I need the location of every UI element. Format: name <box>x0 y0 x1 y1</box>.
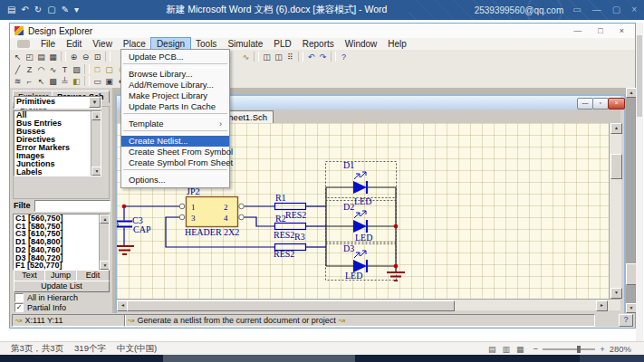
word-scrollbar[interactable] <box>636 23 643 341</box>
menu-item[interactable]: Update Parts In Cache <box>121 101 229 112</box>
scroll-down-icon[interactable]: ▼ <box>91 167 101 176</box>
print-icon[interactable]: ▦ <box>47 52 59 62</box>
minimize-icon[interactable]: — <box>573 24 582 38</box>
menubar-item[interactable]: View <box>87 38 118 50</box>
toolbar-icon[interactable] <box>84 76 90 86</box>
print-layout-icon[interactable]: ▥ <box>503 345 511 354</box>
open-icon[interactable]: ◰ <box>24 52 35 62</box>
part-tool-icon[interactable]: ◧ <box>71 76 82 87</box>
toolbar-icon[interactable] <box>105 52 111 62</box>
restore-icon[interactable]: ▫ <box>592 98 609 110</box>
scrollbar-thumb[interactable] <box>610 154 622 179</box>
led-2-type[interactable]: LED <box>355 233 372 243</box>
resistor-1-ref[interactable]: R1 <box>275 193 286 203</box>
minimize-icon[interactable]: — <box>592 0 601 20</box>
resistor-2-type[interactable]: RES2 <box>274 230 294 240</box>
resistor-3-type[interactable]: RES2 <box>274 249 294 259</box>
zoom-in-icon[interactable]: + <box>600 344 605 354</box>
menu-item[interactable]: Browse Library... <box>121 69 229 80</box>
close-icon[interactable]: × <box>631 0 637 20</box>
toolbar-icon[interactable] <box>298 52 303 62</box>
array-tool-icon[interactable]: ▭ <box>91 76 103 87</box>
scrollbar-thumb[interactable] <box>127 300 455 311</box>
menu-item[interactable] <box>123 113 227 118</box>
led-1-ref[interactable]: D1 <box>343 160 354 170</box>
led-3-type[interactable]: LED <box>345 271 362 281</box>
zoom-out-icon[interactable]: − <box>533 344 539 354</box>
image-tool-icon[interactable]: ▨ <box>71 64 82 75</box>
taskbar[interactable] <box>0 355 644 362</box>
led-3-ref[interactable]: D3 <box>343 243 354 253</box>
help-icon[interactable]: ? <box>338 52 350 62</box>
language-indicator[interactable]: 中文(中国) <box>117 343 157 355</box>
paste-array-tool-icon[interactable]: ▣ <box>103 76 115 87</box>
menubar-item[interactable]: PLD <box>268 38 296 50</box>
scroll-up-icon[interactable]: ▲ <box>100 214 110 224</box>
redo-icon[interactable]: ↻ <box>34 0 42 20</box>
page-indicator[interactable]: 第3页，共3页 <box>11 343 63 355</box>
zoom-in-icon[interactable]: ⊕ <box>68 52 80 62</box>
primitives-list-item[interactable]: Labels <box>15 168 91 176</box>
scroll-up-icon[interactable]: ▲ <box>610 123 622 134</box>
zoom-area-icon[interactable]: ⊡ <box>91 52 103 62</box>
menu-item[interactable]: Update PCB... <box>121 52 229 62</box>
wire-tool-icon[interactable]: ≋ <box>12 76 24 87</box>
resistor-3-ref[interactable]: R3 <box>294 232 305 242</box>
menu-item[interactable]: Template › <box>121 119 229 129</box>
filter-input[interactable] <box>34 200 111 212</box>
sheet-symbol-tool-icon[interactable]: ▩ <box>47 76 59 87</box>
rect-tool-icon[interactable]: □ <box>91 64 103 75</box>
menu-item[interactable] <box>123 130 227 135</box>
led-1-type[interactable]: LED <box>354 196 371 206</box>
components-scrollbar[interactable]: ▲ ▼ <box>99 214 109 270</box>
canvas-vertical-scrollbar[interactable]: ▲ ▼ <box>609 123 621 299</box>
save-icon[interactable]: ▤ <box>35 52 47 62</box>
chevron-down-icon[interactable]: ▼ <box>89 97 101 108</box>
waveform-icon[interactable]: ∿ <box>240 52 252 62</box>
scroll-down-icon[interactable]: ▼ <box>610 288 622 299</box>
scroll-down-icon[interactable]: ▼ <box>100 261 110 270</box>
zoom-slider-thumb[interactable] <box>577 346 581 353</box>
word-account[interactable]: 2539399560@qq.com <box>475 5 564 15</box>
probe-tool-icon[interactable]: ↖ <box>35 76 47 87</box>
ribbon-display-icon[interactable]: ▭ <box>572 0 581 20</box>
close-icon[interactable]: × <box>620 24 624 38</box>
scrollbar-thumb[interactable] <box>637 35 642 117</box>
close-icon[interactable]: × <box>608 98 625 110</box>
help-icon[interactable]: ? <box>619 314 633 327</box>
netlist-icon[interactable]: ⠿ <box>284 52 296 62</box>
zoom-slider[interactable] <box>543 348 595 350</box>
menu-item[interactable]: Make Project Library <box>121 90 229 101</box>
round-rect-tool-icon[interactable]: ▢ <box>103 64 115 75</box>
menu-item[interactable]: Create Netlist... <box>121 136 229 147</box>
menubar-item[interactable]: Reports <box>297 38 340 50</box>
zoom-out-icon[interactable]: ⊖ <box>80 52 91 62</box>
minimize-icon[interactable]: — <box>577 98 593 110</box>
all-in-hierarchy-checkbox[interactable] <box>14 293 24 302</box>
menu-item[interactable] <box>123 169 227 174</box>
menu-item[interactable]: Options... <box>121 175 229 186</box>
zoom-level[interactable]: 280% <box>610 344 631 354</box>
canvas-horizontal-scrollbar[interactable]: ◄ ► <box>117 299 620 310</box>
toolbar-icon[interactable] <box>254 52 259 62</box>
line-tool-icon[interactable]: ╱ <box>12 64 24 75</box>
menu-item[interactable] <box>123 63 227 68</box>
undo-icon[interactable]: ↶ <box>305 52 317 62</box>
resistor-1-type[interactable]: RES2 <box>285 210 306 220</box>
toolbar-icon[interactable] <box>331 52 336 62</box>
web-layout-icon[interactable]: ▦ <box>516 345 524 354</box>
pointer-icon[interactable]: ↖ <box>12 52 24 62</box>
maximize-icon[interactable]: □ <box>598 24 602 38</box>
save-icon[interactable]: ▤ <box>7 0 15 20</box>
update-list-button[interactable]: Update List <box>14 281 110 292</box>
toolbar-icon[interactable] <box>84 64 90 74</box>
workspace-vertical-scrollbar[interactable]: ▲ ▼ <box>626 88 635 313</box>
word-count[interactable]: 319个字 <box>74 343 106 355</box>
polyline-tool-icon[interactable]: Z <box>24 64 35 75</box>
menu-item[interactable]: Create Symbol From Sheet <box>121 157 229 168</box>
components-list-item[interactable]: F1 [520,770] <box>14 262 100 270</box>
scroll-up-icon[interactable]: ▲ <box>91 111 101 120</box>
new-doc-icon[interactable]: ▢ <box>47 0 55 20</box>
capacitor-type[interactable]: CAP <box>133 224 151 234</box>
led-2-ref[interactable]: D2 <box>343 202 354 212</box>
